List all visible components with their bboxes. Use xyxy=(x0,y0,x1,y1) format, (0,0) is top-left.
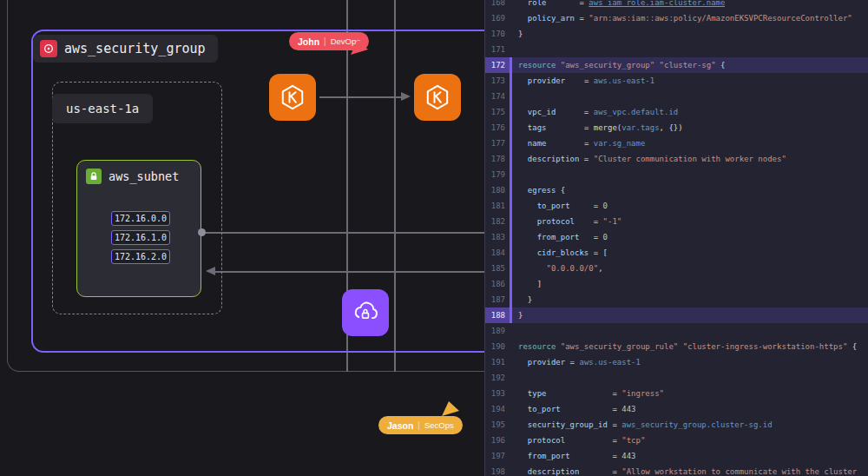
code-line: 196 protocol = "tcp" xyxy=(485,433,868,448)
code-line: 168 role = aws_iam_role.iam-cluster.name xyxy=(485,0,868,10)
code-lines: 168 role = aws_iam_role.iam-cluster.name… xyxy=(485,0,868,476)
code-line: 193 type = "ingress" xyxy=(485,386,868,401)
code-line: 173 provider = aws.us-east-1 xyxy=(485,73,868,89)
code-line: 192 xyxy=(485,370,868,386)
code-line: 186 ] xyxy=(485,276,868,292)
code-line: 185 "0.0.0.0/0", xyxy=(485,261,868,276)
design-canvas[interactable]: aws_security_group us-east-1a aws_subnet… xyxy=(0,0,484,476)
subnet-header: aws_subnet xyxy=(77,161,201,184)
code-editor[interactable]: 168 role = aws_iam_role.iam-cluster.name… xyxy=(484,0,868,476)
cursor-pointer-icon xyxy=(441,400,460,417)
code-line: 179 xyxy=(485,167,868,182)
code-line: 170} xyxy=(485,26,868,42)
cursor-divider: | xyxy=(324,36,326,46)
cursor-team-name: SecOps xyxy=(424,420,454,430)
code-line: 189 xyxy=(485,323,868,339)
code-line: 181 to_port = 0 xyxy=(485,198,868,214)
code-line: 197 from_port = 443 xyxy=(485,448,868,464)
security-group-icon xyxy=(40,40,57,57)
cursor-pointer-icon xyxy=(350,39,369,56)
code-line: 182 protocol = "-1" xyxy=(485,214,868,229)
subnet-cidr-chip[interactable]: 172.16.1.0 xyxy=(111,230,170,245)
code-line: 171 xyxy=(485,42,868,57)
cursor-divider: | xyxy=(418,420,420,430)
subnet-cidr-chip[interactable]: 172.16.0.0 xyxy=(111,211,170,226)
user-cursor-jason: Jason | SecOps xyxy=(378,416,463,434)
subnet-label: aws_subnet xyxy=(108,169,179,183)
security-group-header[interactable]: aws_security_group xyxy=(33,35,218,63)
code-line: 190resource "aws_security_group_rule" "c… xyxy=(485,339,868,354)
code-line: 194 to_port = 443 xyxy=(485,401,868,417)
code-line: 195 security_group_id = aws_security_gro… xyxy=(485,417,868,433)
security-group-label: aws_security_group xyxy=(64,41,206,56)
cloud-security-node[interactable] xyxy=(342,289,389,336)
availability-zone-header[interactable]: us-east-1a xyxy=(52,94,153,123)
eks-cluster-icon xyxy=(278,83,307,112)
code-line: 184 cidr_blocks = [ xyxy=(485,245,868,261)
cloud-lock-icon xyxy=(350,297,381,328)
cursor-user-name: John xyxy=(298,36,319,47)
code-line: 180 egress { xyxy=(485,182,868,198)
subnet-cidr-chip[interactable]: 172.16.2.0 xyxy=(111,249,170,264)
availability-zone-label: us-east-1a xyxy=(66,102,139,116)
code-line: 174 xyxy=(485,89,868,104)
code-line: 187 } xyxy=(485,292,868,307)
code-line: 191 provider = aws.us-east-1 xyxy=(485,354,868,370)
code-line: 175 vpc_id = aws_vpc.default.id xyxy=(485,104,868,120)
code-line: 198 description = "Allow workstation to … xyxy=(485,464,868,476)
eks-node-1[interactable] xyxy=(269,74,316,121)
code-line: 177 name = var.sg_name xyxy=(485,136,868,151)
eks-node-2[interactable] xyxy=(414,74,461,121)
code-line: 169 policy_arn = "arn:aws:iam::aws:polic… xyxy=(485,10,868,26)
eks-cluster-icon xyxy=(423,83,452,112)
code-line: 176 tags = merge(var.tags, {}) xyxy=(485,120,868,136)
lock-icon xyxy=(86,169,102,184)
subnet-node[interactable]: aws_subnet 172.16.0.0 172.16.1.0 172.16.… xyxy=(76,160,201,297)
code-line: 178 description = "Cluster communication… xyxy=(485,151,868,167)
cursor-user-name: Jason xyxy=(387,420,413,431)
code-line: 183 from_port = 0 xyxy=(485,229,868,245)
connection-handle[interactable] xyxy=(198,228,206,236)
code-line: 188} xyxy=(485,307,868,323)
code-line: 172resource "aws_security_group" "cluste… xyxy=(485,57,868,73)
